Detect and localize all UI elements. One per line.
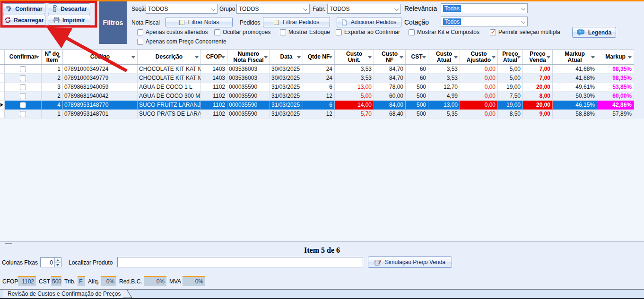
- sort-arrow-icon[interactable]: [547, 56, 550, 59]
- cell-numero_nf[interactable]: 000035590: [227, 101, 270, 110]
- cell-descricao[interactable]: SUCO FRUITZ LARANJ: [138, 101, 201, 110]
- cell-codigo[interactable]: 07898681940059: [63, 83, 138, 92]
- cell-numero_nf[interactable]: 003536003: [227, 65, 270, 74]
- cell-markup[interactable]: 57,89%: [597, 110, 634, 119]
- cell-num_item[interactable]: 3: [42, 83, 63, 92]
- column-header-custo_atual[interactable]: CustoAtual: [428, 50, 460, 64]
- table-row[interactable]: 207891000349779CHOCOLATE KIT KAT M140300…: [0, 74, 634, 83]
- legenda-button[interactable]: Legenda: [572, 27, 616, 38]
- cell-codigo[interactable]: 07898681940042: [63, 92, 138, 101]
- cell-data[interactable]: 31/03/2025: [270, 110, 303, 119]
- cell-preco_venda[interactable]: 7,00: [523, 65, 553, 74]
- confirm-checkbox[interactable]: [20, 93, 26, 99]
- cell-data[interactable]: 30/03/2025: [270, 74, 303, 83]
- cotacao-select[interactable]: Todos: [441, 17, 528, 26]
- sort-arrow-icon[interactable]: [422, 56, 426, 59]
- relevancia-select[interactable]: Todas: [441, 3, 528, 13]
- cell-codigo[interactable]: 07891000349724: [63, 65, 138, 74]
- sort-arrow-icon[interactable]: [57, 56, 61, 59]
- column-header-preco_atual[interactable]: PreçoAtual: [498, 50, 523, 64]
- cell-custo_unit[interactable]: 3,53: [335, 74, 374, 83]
- confirmar-button[interactable]: Confirmar: [3, 3, 45, 14]
- sort-arrow-icon[interactable]: [329, 56, 332, 59]
- table-row[interactable]: 407898953148770SUCO FRUITZ LARANJ1102000…: [0, 101, 634, 110]
- column-header-qtde_nf[interactable]: Qtde NF: [303, 50, 335, 64]
- cell-numero_nf[interactable]: 003536003: [227, 74, 270, 83]
- cell-preco_venda[interactable]: 8,00: [523, 92, 553, 101]
- cell-qtde_nf[interactable]: 6: [303, 101, 335, 110]
- column-header-codigo[interactable]: Código: [63, 50, 138, 64]
- cell-numero_nf[interactable]: 000035590: [227, 92, 270, 101]
- cell-custo_ajustado[interactable]: 0,00: [460, 74, 498, 83]
- cell-markup_atual[interactable]: 50,30%: [553, 92, 597, 101]
- cell-descricao[interactable]: SUCO PRATS DE LARA: [138, 110, 201, 119]
- table-row[interactable]: 307898681940059AGUA DE COCO 1 L110200003…: [0, 83, 634, 92]
- colunas-fixas-stepper[interactable]: 0: [40, 257, 61, 267]
- checkbox-permitir-selecao-multipla[interactable]: Permitir seleção múltipla: [490, 29, 560, 35]
- grupo-select[interactable]: TODOS: [236, 4, 310, 14]
- column-header-descricao[interactable]: Descrição: [138, 50, 201, 64]
- cell-custo_atual[interactable]: 3,53: [428, 65, 460, 74]
- cell-num_item[interactable]: 1: [42, 65, 63, 74]
- imprimir-button[interactable]: Imprimir: [48, 15, 90, 26]
- sort-arrow-icon[interactable]: [35, 56, 39, 59]
- cell-preco_atual[interactable]: 8,50: [498, 110, 523, 119]
- cell-custo_ajustado[interactable]: 0,00: [460, 110, 498, 119]
- sort-arrow-icon[interactable]: [131, 56, 135, 59]
- column-header-num_item[interactable]: Nº doItem: [42, 50, 63, 64]
- descartar-button[interactable]: Descartar: [48, 3, 90, 14]
- confirm-checkbox[interactable]: [20, 84, 26, 90]
- cell-preco_atual[interactable]: 7,50: [498, 92, 523, 101]
- column-header-markup[interactable]: Markup: [597, 50, 634, 64]
- column-header-custo_ajustado[interactable]: CustoAjustado: [460, 50, 498, 64]
- sort-arrow-icon[interactable]: [454, 56, 458, 59]
- sort-arrow-icon[interactable]: [492, 56, 496, 59]
- cell-custo_atual[interactable]: 3,53: [428, 74, 460, 83]
- recarregar-button[interactable]: Recarregar: [3, 15, 45, 26]
- cell-preco_atual[interactable]: 5,00: [498, 65, 523, 74]
- cell-custo_nf[interactable]: 60,00: [374, 92, 406, 101]
- confirm-checkbox[interactable]: [20, 75, 26, 81]
- cell-custo_nf[interactable]: 68,40: [374, 110, 406, 119]
- cell-markup_atual[interactable]: 46,15%: [553, 101, 597, 110]
- column-header-markup_atual[interactable]: MarkupAtual: [553, 50, 597, 64]
- sort-arrow-icon[interactable]: [591, 56, 595, 59]
- cell-cfop[interactable]: 1102: [201, 92, 227, 101]
- cell-markup[interactable]: 42,86%: [597, 101, 634, 110]
- cell-cst[interactable]: 500: [406, 92, 428, 101]
- cell-qtde_nf[interactable]: 24: [303, 65, 335, 74]
- secao-select[interactable]: TODOS: [146, 4, 218, 14]
- cell-markup_atual[interactable]: 41,68%: [553, 65, 597, 74]
- cell-custo_atual[interactable]: 4,99: [428, 92, 460, 101]
- sort-arrow-icon[interactable]: [368, 56, 372, 59]
- cell-num_item[interactable]: 2: [42, 74, 63, 83]
- cell-markup_atual[interactable]: 58,88%: [553, 110, 597, 119]
- cell-preco_atual[interactable]: 5,00: [498, 74, 523, 83]
- adicionar-pedidos-button[interactable]: Adicionar Pedidos: [337, 17, 401, 27]
- column-header-confirmar[interactable]: Confirmar: [5, 50, 42, 64]
- cell-custo_ajustado[interactable]: 0,00: [460, 92, 498, 101]
- cell-preco_venda[interactable]: 7,00: [523, 74, 553, 83]
- cell-cfop[interactable]: 1102: [201, 83, 227, 92]
- cell-data[interactable]: 31/03/2025: [270, 83, 303, 92]
- cell-codigo[interactable]: 07898953148701: [63, 110, 138, 119]
- cell-custo_unit[interactable]: 5,70: [335, 110, 374, 119]
- cell-custo_ajustado[interactable]: 0,00: [460, 65, 498, 74]
- cell-custo_nf[interactable]: 78,00: [374, 83, 406, 92]
- cell-num_item[interactable]: 1: [42, 110, 63, 119]
- localizar-produto-input[interactable]: [117, 257, 363, 267]
- cell-cst[interactable]: 60: [406, 65, 428, 74]
- cell-data[interactable]: 31/03/2025: [270, 92, 303, 101]
- cell-markup[interactable]: 53,85%: [597, 83, 634, 92]
- cell-custo_nf[interactable]: 84,70: [374, 74, 406, 83]
- cell-num_item[interactable]: 2: [42, 92, 63, 101]
- cell-cfop[interactable]: 1403: [201, 65, 227, 74]
- cell-custo_unit[interactable]: 13,00: [335, 83, 374, 92]
- cell-markup_atual[interactable]: 41,68%: [553, 74, 597, 83]
- filtrar-pedidos-button[interactable]: Filtrar Pedidos: [263, 17, 330, 27]
- cell-cst[interactable]: 500: [406, 110, 428, 119]
- fabricante-select[interactable]: TODOS: [327, 4, 401, 14]
- cell-descricao[interactable]: AGUA DE COCO 1 L: [138, 83, 201, 92]
- cell-codigo[interactable]: 07898953148770: [63, 101, 138, 110]
- cell-codigo[interactable]: 07891000349779: [63, 74, 138, 83]
